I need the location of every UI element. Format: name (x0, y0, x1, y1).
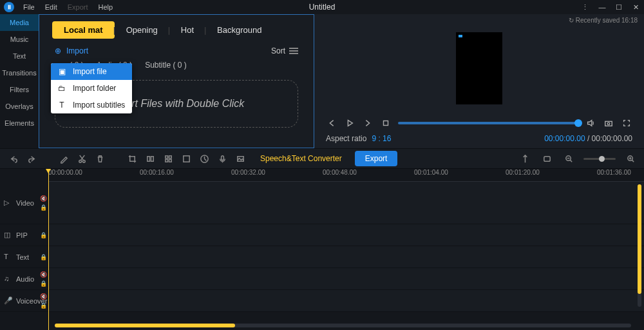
export-button[interactable]: Export (355, 151, 398, 166)
import-subtitles-item[interactable]: TImport subtitles (51, 97, 132, 113)
svg-rect-10 (169, 159, 171, 162)
track-pip[interactable]: ◫PIP 🔒 (0, 224, 644, 246)
lock-icon[interactable]: 🔒 (40, 302, 47, 309)
tab-background[interactable]: Background (205, 21, 273, 39)
mute-icon[interactable]: 🔇 (40, 195, 47, 202)
sidebar-item-elements[interactable]: Elements (0, 115, 39, 131)
preview-progress[interactable] (398, 122, 578, 124)
lock-icon[interactable]: 🔒 (40, 204, 47, 211)
fullscreen-icon[interactable] (621, 117, 632, 129)
preview-panel: Recently saved 16:18 Aspect ratio 9 : 16… (314, 14, 644, 148)
fit-button[interactable] (540, 151, 554, 166)
timeline: 00:00:00.00 00:00:16.00 00:00:32.00 00:0… (0, 169, 644, 330)
cut-button[interactable] (75, 151, 89, 166)
speech-text-converter[interactable]: Speech&Text Converter (260, 154, 342, 163)
playhead[interactable] (48, 169, 49, 330)
svg-rect-9 (165, 159, 167, 162)
speed-button[interactable] (197, 151, 211, 166)
mute-icon[interactable]: 🔇 (40, 271, 47, 278)
track-label: PIP (16, 231, 28, 239)
mosaic-button[interactable] (161, 151, 175, 166)
preview-viewport[interactable] (456, 32, 502, 104)
sidebar-item-media[interactable]: Media (0, 14, 39, 31)
svg-point-3 (79, 160, 81, 162)
aspect-label: Aspect ratio (326, 134, 366, 143)
menu-export: Export (62, 3, 93, 11)
sort-button[interactable]: Sort (271, 46, 298, 55)
track-label: Text (16, 253, 29, 261)
zoom-slider[interactable] (583, 158, 616, 160)
undo-button[interactable] (6, 151, 21, 166)
play-button[interactable] (344, 117, 355, 129)
import-plus-icon[interactable]: ⊕ (55, 46, 61, 55)
marker-button[interactable] (518, 151, 532, 166)
track-audio[interactable]: ♫Audio 🔇🔒 (0, 268, 644, 290)
freeze-button[interactable] (179, 151, 193, 166)
ruler-tick: 00:01:20.00 (506, 169, 540, 176)
more-icon[interactable]: ⋮ (581, 3, 590, 12)
svg-rect-7 (165, 155, 167, 158)
close-button[interactable]: ✕ (631, 3, 640, 12)
tab-local-mat[interactable]: Local mat (52, 21, 115, 39)
snapshot-icon[interactable] (603, 117, 614, 129)
track-text[interactable]: TText 🔒 (0, 246, 644, 268)
timeline-vertical-scrollbar[interactable] (638, 184, 641, 307)
edit-button[interactable] (57, 151, 71, 166)
sidebar-item-text[interactable]: Text (0, 48, 39, 64)
ruler-tick: 00:00:48.00 (323, 169, 357, 176)
svg-rect-11 (183, 155, 189, 161)
sort-icon (289, 46, 298, 55)
redo-button[interactable] (24, 151, 39, 166)
timeline-toolbar: Speech&Text Converter Export (0, 148, 644, 169)
split-button[interactable] (143, 151, 157, 166)
svg-rect-13 (221, 155, 223, 160)
screenshot-button[interactable] (233, 151, 247, 166)
video-icon: ▷ (4, 199, 13, 208)
track-voiceover[interactable]: 🎤Voiceover 🔇🔒 (0, 290, 644, 312)
delete-button[interactable] (93, 151, 107, 166)
media-tabs: Local mat Opening Hot Background (39, 15, 314, 39)
lock-icon[interactable]: 🔒 (40, 254, 47, 260)
mute-icon[interactable]: 🔇 (40, 293, 47, 300)
next-frame-button[interactable] (362, 117, 374, 129)
aspect-ratio[interactable]: 9 : 16 (372, 134, 391, 143)
svg-point-2 (607, 122, 610, 125)
crop-button[interactable] (125, 151, 139, 166)
pip-icon: ◫ (4, 231, 13, 240)
lock-icon[interactable]: 🔒 (40, 280, 47, 287)
sort-label: Sort (271, 46, 285, 55)
ruler-tick: 00:00:00.00 (48, 169, 82, 176)
timeline-ruler[interactable]: 00:00:00.00 00:00:16.00 00:00:32.00 00:0… (48, 169, 644, 182)
lock-icon[interactable]: 🔒 (40, 232, 47, 238)
menu-edit[interactable]: Edit (40, 3, 62, 11)
audio-icon: ♫ (4, 275, 13, 284)
track-video[interactable]: ▷Video 🔇🔒 (0, 182, 644, 224)
voiceover-button[interactable] (215, 151, 229, 166)
sidebar-item-transitions[interactable]: Transitions (0, 64, 39, 81)
zoom-in-button[interactable] (623, 151, 638, 166)
menu-help[interactable]: Help (93, 3, 118, 11)
import-folder-item[interactable]: 🗀Import folder (51, 80, 132, 97)
mic-icon: 🎤 (4, 296, 13, 306)
titlebar: ⏸ File Edit Export Help Untitled ⋮ ― ☐ ✕ (0, 0, 644, 14)
tracks: ▷Video 🔇🔒 ◫PIP 🔒 TText 🔒 ♫Audio 🔇🔒 🎤Voic… (0, 182, 644, 312)
menu-file[interactable]: File (18, 3, 40, 11)
timeline-horizontal-scrollbar[interactable] (55, 324, 631, 327)
category-subtitle[interactable]: Subtitle ( 0 ) (145, 61, 187, 70)
minimize-button[interactable]: ― (598, 3, 607, 11)
category-sidebar: Media Music Text Transitions Filters Ove… (0, 14, 39, 148)
zoom-out-button[interactable] (562, 151, 576, 166)
tab-opening[interactable]: Opening (115, 21, 169, 39)
text-icon: T (57, 101, 66, 110)
sidebar-item-overlays[interactable]: Overlays (0, 98, 39, 115)
sidebar-item-filters[interactable]: Filters (0, 81, 39, 98)
prev-frame-button[interactable] (326, 117, 337, 129)
import-button[interactable]: Import (66, 46, 88, 55)
stop-button[interactable] (380, 117, 392, 129)
volume-icon[interactable] (585, 117, 596, 129)
svg-point-4 (82, 160, 85, 162)
tab-hot[interactable]: Hot (169, 21, 205, 39)
import-file-item[interactable]: ▣Import file (51, 63, 132, 80)
maximize-button[interactable]: ☐ (614, 3, 623, 12)
sidebar-item-music[interactable]: Music (0, 31, 39, 48)
